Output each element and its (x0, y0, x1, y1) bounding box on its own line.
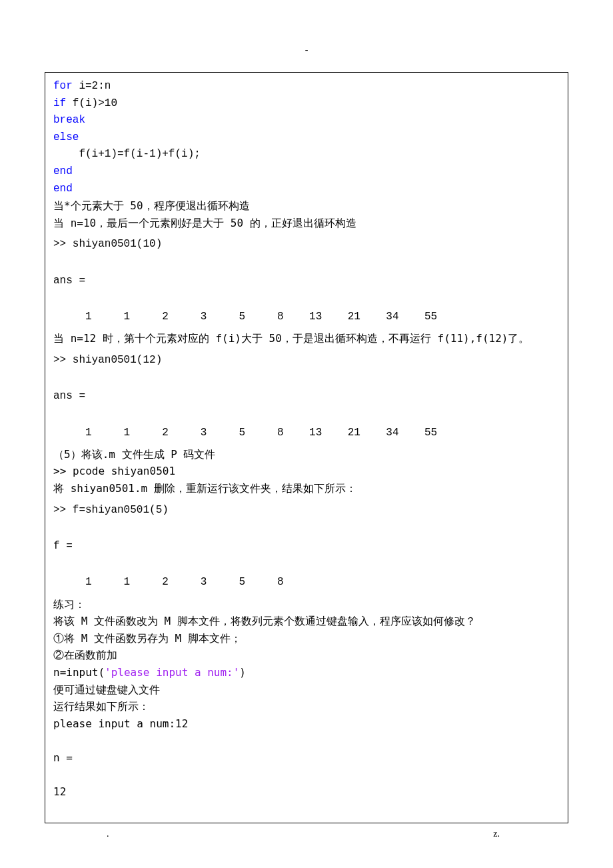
section-heading: （5）将该.m 文件生成 P 码文件 (53, 446, 560, 463)
code-input-line: n=input('please input a num:') (53, 664, 560, 681)
code-text: n=input( (53, 666, 105, 679)
code-text: ) (239, 666, 246, 679)
code-line-else: else (53, 129, 560, 147)
footer-marker-right: z. (493, 829, 500, 839)
code-line-for: for i=2:n (53, 78, 560, 95)
footer-marker-left: . (107, 829, 109, 839)
matlab-output-3: >> f=shiyan0501(5) f = 1 1 2 3 5 8 (53, 501, 560, 592)
content-box: for i=2:n if f(i)>10 break else f(i+1)=f… (45, 72, 568, 823)
page-marker-top: - (305, 45, 308, 55)
explanation-text: 便可通过键盘键入文件 (53, 681, 560, 699)
keyword-if: if (53, 97, 66, 109)
command-text: >> pcode shiyan0501 (53, 463, 560, 480)
keyword-end: end (53, 183, 73, 195)
code-line-break: break (53, 112, 560, 129)
code-line-end1: end (53, 163, 560, 181)
code-line-body: f(i+1)=f(i-1)+f(i); (53, 146, 560, 163)
keyword-for: for (53, 80, 73, 92)
output-text (53, 801, 560, 818)
string-literal: 'please input a num:' (105, 666, 239, 679)
matlab-output-1: >> shiyan0501(10) ans = 1 1 2 3 5 8 13 2… (53, 235, 560, 326)
exercise-text: 将该 M 文件函数改为 M 脚本文件，将数列元素个数通过键盘输入，程序应该如何修… (53, 613, 560, 630)
output-text (53, 732, 560, 749)
keyword-end: end (53, 165, 73, 177)
matlab-output-2: >> shiyan0501(12) ans = 1 1 2 3 5 8 13 2… (53, 351, 560, 442)
exercise-heading: 练习： (53, 596, 560, 613)
output-text: 12 (53, 783, 560, 801)
explanation-text: 运行结果如下所示： (53, 698, 560, 715)
explanation-text: 将 shiyan0501.m 删除，重新运行该文件夹，结果如下所示： (53, 480, 560, 497)
explanation-text: 当 n=12 时，第十个元素对应的 f(i)大于 50，于是退出循环构造，不再运… (53, 330, 560, 347)
keyword-break: break (53, 114, 85, 126)
code-text: f(i)>10 (66, 97, 117, 109)
keyword-else: else (53, 131, 79, 143)
step-text: ①将 M 文件函数另存为 M 脚本文件； (53, 630, 560, 647)
output-text: n = (53, 749, 560, 767)
code-text: f(i+1)=f(i-1)+f(i); (53, 148, 201, 160)
code-line-if: if f(i)>10 (53, 95, 560, 113)
step-text: ②在函数前加 (53, 647, 560, 664)
code-text: i=2:n (73, 80, 111, 92)
code-line-end2: end (53, 181, 560, 198)
explanation-text: 当 n=10，最后一个元素刚好是大于 50 的，正好退出循环构造 (53, 215, 560, 232)
explanation-text: 当*个元素大于 50，程序便退出循环构造 (53, 197, 560, 215)
output-text (53, 766, 560, 783)
output-text: please input a num:12 (53, 715, 560, 733)
